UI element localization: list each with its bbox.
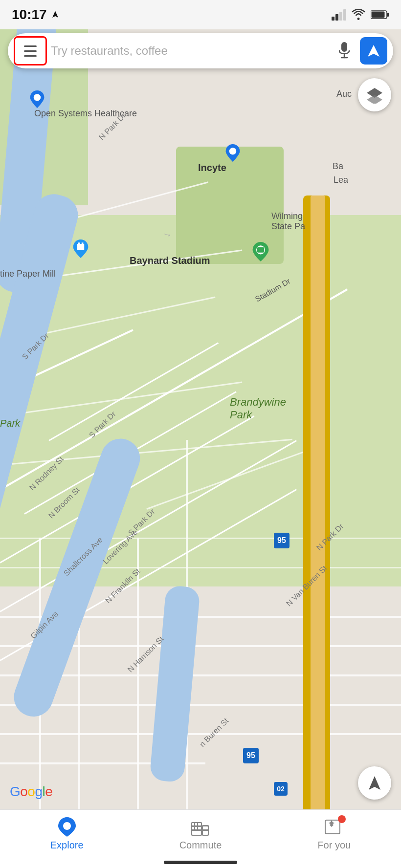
voice-search-button[interactable]	[333, 39, 356, 63]
for-you-label: For you	[317, 840, 351, 851]
svg-rect-28	[203, 831, 208, 835]
signal-bar-3	[339, 12, 342, 21]
battery-icon	[371, 10, 389, 20]
tab-for-you[interactable]: For you	[267, 817, 401, 851]
pin-healthcare	[29, 90, 45, 110]
svg-rect-10	[341, 42, 347, 52]
google-logo: Google	[10, 784, 52, 800]
logo-g2: g	[35, 784, 42, 799]
road-h7	[0, 538, 401, 539]
explore-icon	[57, 817, 77, 837]
bottom-navigation: Explore Commute	[0, 809, 401, 868]
wifi-icon	[351, 9, 366, 20]
home-indicator	[164, 861, 237, 864]
svg-rect-6	[82, 242, 84, 245]
commute-label: Commute	[179, 840, 222, 851]
pin-baynard	[252, 242, 269, 263]
svg-point-0	[34, 94, 41, 101]
svg-rect-21	[198, 823, 201, 825]
location-pin-icon	[58, 817, 76, 837]
tab-explore[interactable]: Explore	[0, 817, 134, 851]
explore-label: Explore	[50, 840, 84, 851]
mic-icon	[337, 42, 351, 60]
road-h4	[0, 704, 401, 706]
svg-point-17	[63, 822, 71, 830]
signal-bar-1	[332, 17, 334, 21]
layers-icon	[366, 86, 383, 104]
svg-rect-22	[192, 827, 194, 829]
interstate-shield-2: 95	[243, 748, 259, 763]
search-input[interactable]: Try restaurants, coffee	[51, 44, 329, 58]
signal-bars	[332, 9, 346, 21]
hamburger-icon	[24, 45, 37, 57]
map-view[interactable]: Lower School Open Systems Healthcare Inc…	[0, 0, 401, 809]
for-you-icon	[324, 817, 344, 837]
location-icon	[367, 775, 382, 791]
status-time: 10:17	[12, 7, 60, 22]
route-202-shield: 02	[274, 782, 288, 796]
svg-rect-27	[203, 826, 208, 829]
road-v3	[137, 538, 139, 809]
logo-g: G	[10, 784, 20, 799]
navigate-button[interactable]	[360, 37, 387, 65]
svg-rect-8	[372, 12, 385, 18]
status-icons	[332, 9, 389, 21]
svg-rect-24	[198, 827, 201, 829]
logo-o1: o	[20, 784, 27, 799]
commute-icon	[191, 817, 210, 837]
road-h5	[0, 733, 401, 735]
svg-rect-19	[192, 823, 194, 825]
nav-arrow-icon	[51, 10, 60, 19]
pin-papermill	[72, 239, 89, 260]
tab-commute[interactable]: Commute	[134, 817, 267, 851]
svg-rect-20	[195, 823, 197, 825]
signal-bar-2	[335, 14, 338, 21]
svg-rect-3	[257, 247, 265, 253]
notification-dot	[338, 815, 346, 823]
svg-point-1	[229, 148, 236, 154]
status-bar: 10:17	[0, 0, 401, 29]
logo-o2: o	[27, 784, 35, 799]
layers-button[interactable]	[358, 78, 391, 111]
logo-e: e	[45, 784, 52, 799]
search-bar: Try restaurants, coffee	[8, 33, 393, 68]
svg-rect-5	[78, 242, 80, 245]
interstate-shield-1: 95	[274, 533, 290, 548]
location-button[interactable]	[358, 766, 391, 800]
signal-bar-4	[343, 9, 346, 21]
svg-rect-23	[195, 827, 197, 829]
clock: 10:17	[12, 7, 47, 22]
svg-rect-9	[387, 13, 389, 17]
svg-marker-13	[368, 45, 379, 57]
svg-marker-15	[367, 95, 382, 104]
pin-incyte	[225, 144, 241, 164]
svg-rect-25	[192, 831, 201, 835]
building-train-icon	[191, 818, 210, 836]
svg-marker-16	[369, 776, 380, 790]
highway-95-light	[311, 195, 325, 809]
menu-button[interactable]	[14, 36, 47, 65]
navigation-icon	[366, 43, 381, 59]
search-placeholder: Try restaurants, coffee	[51, 44, 168, 58]
